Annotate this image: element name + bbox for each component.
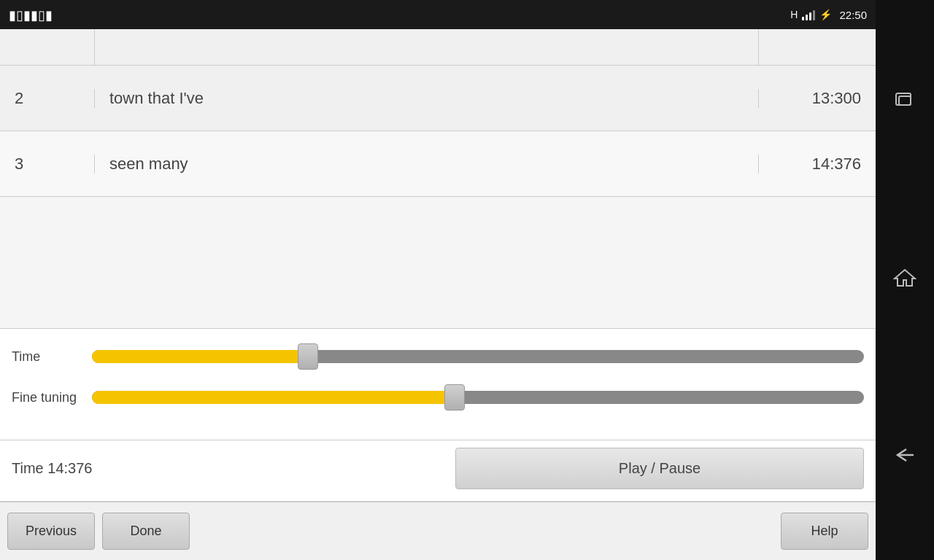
back-icon[interactable] (893, 446, 916, 469)
time-slider-track (92, 350, 864, 363)
fine-tuning-slider-fill (92, 391, 455, 404)
time-slider-row: Time (12, 343, 864, 370)
battery-icon: ⚡ (819, 9, 832, 20)
row-timestamp-3: 14:376 (759, 155, 876, 174)
row-text-2: town that I've (95, 89, 759, 108)
time-label: Time (12, 349, 92, 365)
signal-icon (802, 9, 815, 20)
table-row-partial (0, 29, 876, 66)
fine-tuning-slider-row: Fine tuning (12, 384, 864, 411)
h-icon: H (790, 9, 798, 20)
play-pause-button[interactable]: Play / Pause (455, 448, 864, 489)
recents-icon[interactable] (893, 91, 916, 114)
fine-tuning-label: Fine tuning (12, 390, 92, 405)
row-text-3: seen many (95, 155, 759, 174)
row-num-top (0, 29, 95, 66)
table-row: 3 seen many 14:376 (0, 131, 876, 197)
done-button[interactable]: Done (102, 513, 190, 550)
svg-rect-1 (899, 96, 911, 105)
row-number-2: 2 (0, 89, 95, 108)
status-bar: ▮▯▮▮▯▮ H ⚡ 22:50 (0, 0, 876, 29)
row-time-top (759, 29, 876, 66)
fine-tuning-slider-thumb[interactable] (444, 384, 465, 411)
table-area: 2 town that I've 13:300 3 seen many 14:3… (0, 29, 876, 329)
row-number-3: 3 (0, 155, 95, 174)
main-content: ▮▯▮▮▯▮ H ⚡ 22:50 2 town that I've 13:300… (0, 0, 876, 560)
nav-bar: Previous Done Help (0, 502, 876, 560)
time-slider-fill (92, 350, 308, 363)
row-timestamp-2: 13:300 (759, 89, 876, 108)
current-time-display: Time 14:376 (12, 460, 455, 477)
home-icon[interactable] (893, 267, 916, 292)
help-button[interactable]: Help (781, 513, 868, 550)
controls-area: Time Fine tuning (0, 329, 876, 440)
time-slider-thumb[interactable] (298, 343, 318, 370)
barcode-icon: ▮▯▮▮▯▮ (9, 7, 53, 23)
table-row: 2 town that I've 13:300 (0, 66, 876, 131)
fine-tuning-slider-container[interactable] (92, 384, 864, 411)
svg-marker-2 (895, 270, 915, 286)
status-time: 22:50 (839, 9, 867, 21)
android-nav-sidebar (876, 0, 934, 560)
time-slider-container[interactable] (92, 343, 864, 370)
fine-tuning-slider-track (92, 391, 864, 404)
playback-row: Time 14:376 Play / Pause (0, 440, 876, 502)
previous-button[interactable]: Previous (7, 513, 95, 550)
row-text-top (95, 29, 759, 66)
